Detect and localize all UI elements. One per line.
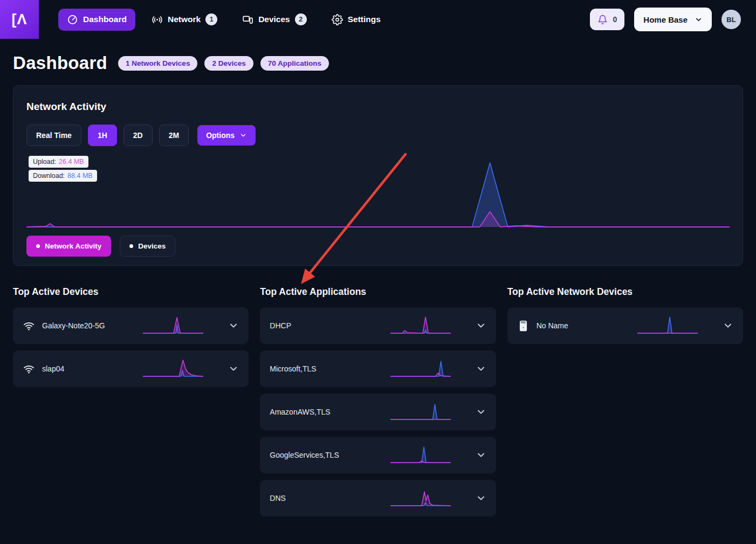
- nav-item-badge: 2: [295, 13, 307, 25]
- column-top-active-network-devices: Top Active Network DevicesPRONo Name: [507, 286, 743, 350]
- item-sparkline: [637, 314, 698, 338]
- time-range-2d[interactable]: 2D: [123, 125, 153, 146]
- chevron-down-icon[interactable]: [476, 407, 486, 417]
- nav-item-badge: 1: [205, 13, 217, 25]
- nav-right: 0 Home Base BL: [590, 8, 741, 31]
- options-label: Options: [206, 131, 235, 140]
- column-top-active-applications: Top Active ApplicationsDHCPMicrosoft,TLS…: [260, 286, 496, 523]
- chevron-down-icon[interactable]: [228, 363, 239, 374]
- download-label: Download:: [33, 172, 65, 180]
- item-sparkline: [390, 314, 451, 338]
- time-range-2m[interactable]: 2M: [159, 125, 189, 146]
- list-item-no-name[interactable]: PRONo Name: [507, 307, 743, 344]
- nav-item-dashboard[interactable]: Dashboard: [58, 9, 135, 31]
- time-range-buttons: Real Time1H2D2M: [26, 125, 189, 146]
- options-button[interactable]: Options: [197, 125, 256, 146]
- gear-icon: [332, 14, 343, 25]
- item-name: DNS: [270, 494, 286, 502]
- activity-chart: Upload: 26.4 MB Download: 88.4 MB: [26, 153, 730, 232]
- item-name: GoogleServices,TLS: [270, 451, 339, 459]
- item-name: Galaxy-Note20-5G: [42, 321, 105, 330]
- nav-item-label: Settings: [348, 15, 381, 24]
- chevron-down-icon[interactable]: [476, 450, 486, 460]
- broadcast-icon: [152, 14, 163, 25]
- gauge-icon: [67, 14, 78, 25]
- item-name: No Name: [537, 321, 568, 330]
- time-range-real-time[interactable]: Real Time: [26, 125, 81, 146]
- item-sparkline: [143, 314, 203, 338]
- bell-icon: [597, 15, 608, 25]
- chevron-down-icon: [239, 132, 247, 139]
- site-name: Home Base: [643, 15, 688, 24]
- legend-label: Devices: [138, 242, 166, 250]
- network-activity-panel: Network Activity Real Time1H2D2M Options…: [13, 85, 743, 266]
- list-item-galaxy-note20-5g[interactable]: Galaxy-Note20-5G: [13, 307, 249, 344]
- app-logo[interactable]: [Λ: [0, 0, 39, 39]
- activity-chart-svg: [26, 160, 730, 231]
- item-name: DHCP: [270, 321, 291, 330]
- item-name: slap04: [42, 364, 64, 373]
- svg-text:PRO: PRO: [520, 321, 526, 324]
- access-point-icon: PRO: [517, 320, 530, 332]
- notifications-count: 0: [613, 15, 617, 24]
- chevron-down-icon[interactable]: [228, 320, 239, 331]
- column-title: Top Active Applications: [260, 286, 496, 298]
- top-lists: Top Active DevicesGalaxy-Note20-5Gslap04…: [13, 286, 743, 523]
- devices-icon: [242, 14, 253, 25]
- nav-item-network[interactable]: Network1: [143, 8, 226, 31]
- notifications-button[interactable]: 0: [590, 9, 625, 30]
- chevron-down-icon[interactable]: [476, 363, 486, 374]
- list-item-slap04[interactable]: slap04: [13, 350, 249, 387]
- column-title: Top Active Devices: [13, 286, 249, 298]
- legend-label: Network Activity: [45, 242, 101, 250]
- download-tooltip: Download: 88.4 MB: [29, 170, 97, 182]
- site-selector[interactable]: Home Base: [634, 8, 712, 31]
- download-value: 88.4 MB: [67, 172, 93, 180]
- summary-pill-1-network-devices: 1 Network Devices: [118, 56, 197, 71]
- nav-items: DashboardNetwork1Devices2Settings: [58, 8, 389, 31]
- legend-devices[interactable]: Devices: [120, 236, 175, 257]
- nav-item-devices[interactable]: Devices2: [233, 8, 315, 31]
- item-sparkline: [390, 357, 451, 381]
- column-title: Top Active Network Devices: [507, 286, 743, 298]
- upload-tooltip: Upload: 26.4 MB: [29, 156, 88, 168]
- panel-title: Network Activity: [26, 101, 730, 113]
- upload-value: 26.4 MB: [59, 158, 84, 166]
- nav-item-settings[interactable]: Settings: [323, 9, 389, 31]
- list-item-googleservices-tls[interactable]: GoogleServices,TLS: [260, 437, 496, 473]
- app-root: [Λ DashboardNetwork1Devices2Settings 0 H…: [0, 0, 756, 523]
- list-item-microsoft-tls[interactable]: Microsoft,TLS: [260, 350, 496, 387]
- time-row: Real Time1H2D2M Options: [26, 125, 730, 146]
- summary-pill-2-devices: 2 Devices: [204, 56, 253, 71]
- chevron-down-icon: [695, 16, 703, 24]
- item-sparkline: [143, 357, 203, 381]
- summary-pill-70-applications: 70 Applications: [260, 56, 329, 71]
- logo-icon: [Λ: [12, 11, 28, 28]
- item-name: AmazonAWS,TLS: [270, 408, 330, 416]
- nav-item-label: Dashboard: [83, 15, 127, 24]
- nav-item-label: Network: [168, 15, 201, 24]
- upload-label: Upload:: [33, 158, 56, 166]
- summary-pills: 1 Network Devices2 Devices70 Application…: [118, 56, 329, 71]
- top-nav: [Λ DashboardNetwork1Devices2Settings 0 H…: [0, 0, 756, 39]
- page-title: Dashboard: [13, 53, 107, 73]
- legend-network-activity[interactable]: Network Activity: [26, 236, 111, 257]
- list-item-dhcp[interactable]: DHCP: [260, 307, 496, 344]
- item-sparkline: [390, 486, 451, 510]
- column-top-active-devices: Top Active DevicesGalaxy-Note20-5Gslap04: [13, 286, 249, 394]
- legend-dot-icon: [129, 244, 133, 248]
- chevron-down-icon[interactable]: [723, 320, 733, 331]
- chevron-down-icon[interactable]: [476, 320, 486, 331]
- item-sparkline: [390, 443, 451, 467]
- list-item-amazonaws-tls[interactable]: AmazonAWS,TLS: [260, 394, 496, 430]
- item-name: Microsoft,TLS: [270, 364, 316, 373]
- wifi-icon: [23, 320, 35, 332]
- time-range-1h[interactable]: 1H: [88, 125, 117, 146]
- avatar[interactable]: BL: [721, 10, 741, 29]
- legend-dot-icon: [36, 244, 40, 248]
- list-item-dns[interactable]: DNS: [260, 480, 496, 517]
- item-sparkline: [390, 400, 451, 424]
- nav-item-label: Devices: [258, 15, 290, 24]
- chevron-down-icon[interactable]: [476, 493, 486, 504]
- page-head: Dashboard 1 Network Devices2 Devices70 A…: [13, 53, 743, 73]
